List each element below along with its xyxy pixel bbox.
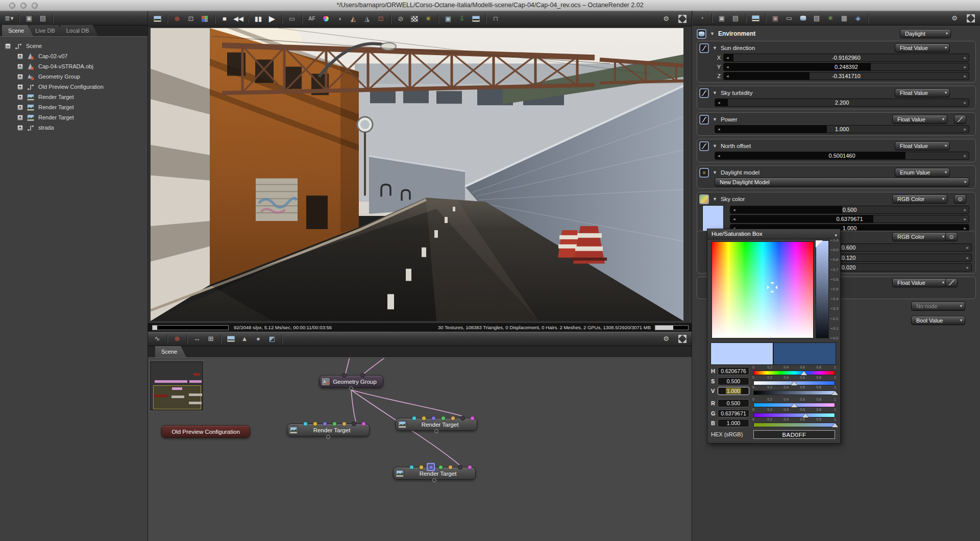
channel-value-field[interactable]: 0.6206776 [718, 367, 749, 375]
expand-panel-icon[interactable] [676, 13, 689, 24]
input-pin[interactable] [429, 465, 433, 470]
input-pin[interactable] [412, 416, 416, 421]
input-pin[interactable] [419, 465, 424, 470]
node-link-icon[interactable] [699, 194, 709, 204]
input-pin[interactable] [448, 465, 453, 470]
slider-increment-icon[interactable]: ▸ [964, 99, 966, 107]
collapse-triangle-icon[interactable]: ▼ [713, 196, 717, 202]
channel-value-field[interactable]: 0.500 [718, 377, 749, 385]
material-picker-icon[interactable]: ◭ [347, 13, 359, 24]
expander-icon[interactable]: + [17, 84, 23, 90]
section-type-dropdown[interactable]: RGB Color▾ [892, 194, 947, 204]
output-pin[interactable] [432, 478, 436, 482]
link-tool-icon[interactable]: ∿ [151, 333, 163, 345]
curve-button[interactable] [954, 115, 966, 124]
collapse-triangle-icon[interactable]: ▼ [713, 45, 717, 51]
no-node-dropdown[interactable]: No node▾ [911, 302, 965, 311]
play-icon[interactable]: ▶ [266, 13, 278, 24]
fit-view-icon[interactable]: ⊡ [185, 13, 197, 24]
slider-decrement-icon[interactable]: ◂ [718, 99, 720, 107]
lock-resolution-icon[interactable]: ⊓ [489, 13, 502, 24]
curve-button[interactable] [945, 278, 958, 287]
bool-value-type-dropdown[interactable]: Bool Value▾ [911, 316, 965, 325]
collapse-triangle-icon[interactable]: ▼ [713, 170, 717, 175]
slider-decrement-icon[interactable]: ◂ [726, 63, 729, 71]
show-meshes-icon[interactable]: ▲ [238, 333, 251, 345]
render-image[interactable] [151, 28, 683, 321]
sampling-icon[interactable]: ✳ [422, 13, 434, 24]
save-image-icon[interactable]: ⇩ [456, 13, 468, 24]
close-window-icon[interactable] [9, 3, 15, 9]
outliner-tab-live-db[interactable]: Live DB [29, 25, 64, 36]
pause-icon[interactable]: ▮▮ [252, 13, 264, 24]
node-graph-canvas[interactable]: Geometry GroupRender TargetRender Target… [148, 358, 692, 541]
slider-marker-icon[interactable] [801, 371, 807, 375]
slider-increment-icon[interactable]: ▸ [964, 215, 966, 223]
input-pin[interactable] [441, 416, 446, 421]
outliner-tab-local-db[interactable]: Local DB [60, 25, 99, 36]
output-pin[interactable] [349, 386, 353, 390]
region-render-icon[interactable]: ▭ [286, 13, 298, 24]
eye-toggle-button[interactable]: ⊙ [945, 232, 958, 241]
expander-icon[interactable]: + [17, 64, 23, 69]
channel-value-field[interactable]: 0.500 [718, 399, 749, 407]
expander-icon[interactable]: + [17, 125, 23, 131]
graph-node-geometry-group[interactable]: Geometry Group [319, 375, 383, 388]
node-link-icon[interactable] [699, 115, 709, 125]
collapse-triangle-icon[interactable]: ▼ [713, 117, 717, 122]
copy-image-icon[interactable]: ▣ [442, 13, 454, 24]
input-pin[interactable] [332, 422, 337, 426]
node-link-icon[interactable] [699, 88, 709, 98]
hue-saturation-box[interactable] [712, 241, 814, 338]
slider-marker-icon[interactable] [832, 423, 838, 427]
value-slider[interactable]: -0.3141710◂▸ [723, 72, 969, 80]
input-pin[interactable] [303, 422, 308, 426]
slider-marker-icon[interactable] [791, 403, 797, 407]
float-value-type-dropdown[interactable]: Float Value▾ [892, 278, 947, 287]
slider-increment-icon[interactable]: ▸ [964, 54, 966, 62]
channel-value-field[interactable]: 1.000 [718, 419, 749, 427]
collapse-triangle-icon[interactable]: ▼ [713, 143, 717, 149]
value-slider[interactable]: 2.200◂▸ [715, 99, 969, 107]
expand-panel-icon[interactable] [965, 13, 977, 24]
input-pin[interactable] [342, 373, 347, 378]
value-slider[interactable]: 0.5001460◂▸ [715, 152, 969, 160]
stop-icon[interactable]: ■ [218, 13, 231, 24]
tree-item-cap-02-v07[interactable]: +Cap-02-v07 [0, 51, 148, 61]
slider-increment-icon[interactable]: ▸ [966, 254, 969, 262]
output-pin[interactable] [434, 429, 438, 433]
value-selector-icon[interactable] [816, 240, 823, 248]
graph-node-render-target[interactable]: Render Target [396, 418, 477, 431]
slider-increment-icon[interactable]: ▸ [964, 152, 966, 160]
node-editor-tab-scene[interactable]: Scene [155, 346, 186, 357]
exposure-icon[interactable]: ◑ [333, 13, 346, 24]
channel-gradient-slider[interactable] [753, 423, 835, 427]
environment-icon[interactable] [797, 13, 809, 24]
no-magnify-icon[interactable]: ⊘ [395, 13, 407, 24]
input-pin[interactable] [468, 465, 472, 470]
tree-item-geometry-group[interactable]: +Geometry Group [0, 71, 148, 82]
slider-decrement-icon[interactable]: ◂ [726, 72, 729, 80]
outliner-tab-scene[interactable]: Scene [2, 25, 33, 36]
channel-gradient-slider[interactable] [753, 371, 835, 375]
input-pin[interactable] [313, 422, 317, 426]
show-materials-icon[interactable]: ● [252, 333, 264, 345]
input-pin[interactable] [361, 422, 366, 426]
value-gradient-bar[interactable] [816, 240, 829, 338]
collapse-triangle-icon[interactable]: ▼ [710, 31, 715, 36]
expander-icon[interactable]: + [17, 74, 23, 80]
section-type-dropdown[interactable]: Float Value▾ [892, 115, 947, 124]
expander-icon[interactable]: + [17, 94, 23, 100]
film-settings-icon[interactable]: ▭ [783, 13, 795, 24]
slider-marker-icon[interactable] [802, 413, 808, 417]
node-link-icon[interactable] [699, 141, 709, 151]
node-graph-minimap[interactable] [150, 361, 203, 410]
group-nodes-icon[interactable]: ⊞ [205, 333, 217, 345]
paste-item-icon[interactable]: ▤ [37, 13, 49, 24]
response-curve-icon[interactable]: ◔ [696, 13, 708, 24]
slider-increment-icon[interactable]: ▸ [964, 206, 966, 214]
wrench-icon[interactable]: ⚙ [660, 13, 672, 24]
zoom-window-icon[interactable] [32, 3, 38, 9]
slider-increment-icon[interactable]: ▸ [964, 72, 966, 80]
input-pin[interactable] [352, 422, 356, 426]
